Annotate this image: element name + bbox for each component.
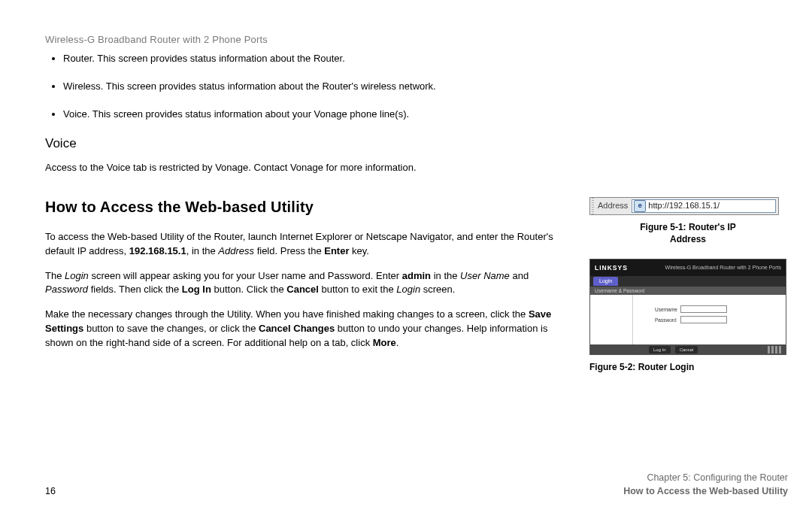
access-para-2: The Login screen will appear asking you … — [45, 269, 564, 298]
footer-right: Chapter 5: Configuring the Router How to… — [623, 471, 788, 498]
login-button-ref: Log In — [182, 284, 211, 295]
figure-5-2: LINKSYS Wireless-G Broadband Router with… — [589, 259, 786, 373]
text: and — [510, 270, 529, 281]
username-input[interactable] — [680, 305, 727, 313]
login-button[interactable]: Log In — [649, 346, 671, 354]
password-field-ref: Password — [45, 284, 88, 295]
text: Make the necessary changes through the U… — [45, 308, 529, 320]
cancel-button-ref: Cancel — [286, 284, 319, 295]
login-screen-ref: Login — [65, 270, 89, 281]
status-bullet-list: Router. This screen provides status info… — [45, 52, 788, 122]
text: screen. — [420, 284, 455, 295]
access-para-3: Make the necessary changes through the U… — [45, 308, 564, 351]
ip-address: 192.168.15.1 — [129, 245, 186, 256]
address-input[interactable]: e http://192.168.15.1/ — [632, 199, 776, 213]
text: in the — [431, 270, 460, 281]
cisco-logo-icon — [768, 346, 783, 354]
login-tab[interactable]: Login — [593, 277, 618, 286]
address-label: Address — [596, 200, 629, 212]
password-label: Password — [655, 317, 680, 323]
ie-address-bar: Address e http://192.168.15.1/ — [589, 197, 779, 215]
voice-text: Access to the Voice tab is restricted by… — [45, 161, 564, 175]
cancel-button[interactable]: Cancel — [675, 346, 698, 354]
figure-5-1: Address e http://192.168.15.1/ Figure 5-… — [589, 197, 786, 245]
login-header-bar: LINKSYS Wireless-G Broadband Router with… — [590, 259, 786, 276]
admin-literal: admin — [402, 270, 431, 281]
footer-chapter: Chapter 5: Configuring the Router — [623, 471, 788, 484]
bullet-voice: Voice. This screen provides status infor… — [63, 108, 788, 122]
linksys-logo: LINKSYS — [595, 263, 628, 272]
caption-line-1: Figure 5-1: Router's IP — [640, 222, 736, 232]
text: screen will appear asking you for your U… — [89, 270, 402, 281]
login-screen-ref: Login — [396, 284, 420, 295]
username-field-ref: User Name — [460, 270, 510, 281]
address-field-ref: Address — [218, 245, 254, 256]
text: field. Press the — [254, 245, 324, 256]
text: key. — [349, 245, 369, 256]
footer-section: How to Access the Web-based Utility — [623, 484, 788, 498]
figure-column: Address e http://192.168.15.1/ Figure 5-… — [589, 197, 786, 374]
text: button. Click the — [211, 284, 286, 295]
address-url: http://192.168.15.1/ — [648, 200, 720, 212]
login-fields: Username Password — [655, 305, 727, 326]
bullet-router: Router. This screen provides status info… — [63, 52, 788, 66]
login-body: Username Password — [590, 295, 786, 344]
login-footer-bar: Log In Cancel — [590, 344, 786, 354]
toolbar-grip-icon — [592, 198, 594, 214]
caption-line-2: Address — [670, 234, 706, 244]
enter-key-ref: Enter — [324, 245, 349, 256]
text: button to exit the — [319, 284, 396, 295]
text: The — [45, 270, 65, 281]
manual-page: Wireless-G Broadband Router with 2 Phone… — [0, 0, 812, 525]
sidebar-divider — [632, 295, 633, 344]
router-login-screenshot: LINKSYS Wireless-G Broadband Router with… — [589, 259, 786, 355]
text: button to save the changes, or click the — [83, 323, 259, 334]
ie-page-icon: e — [634, 200, 646, 212]
figure-5-2-caption: Figure 5-2: Router Login — [589, 361, 786, 373]
login-tab-bar: Login — [590, 276, 786, 287]
text: fields. Then click the — [88, 284, 182, 295]
doc-header: Wireless-G Broadband Router with 2 Phone… — [45, 33, 788, 47]
access-para-1: To access the Web-based Utility of the R… — [45, 230, 564, 259]
figure-5-1-caption: Figure 5-1: Router's IP Address — [589, 221, 786, 245]
login-sub-bar: Username & Password — [590, 287, 786, 295]
page-number: 16 — [45, 484, 56, 498]
username-label: Username — [655, 306, 680, 313]
page-footer: 16 Chapter 5: Configuring the Router How… — [45, 471, 788, 498]
text: , in the — [186, 245, 219, 256]
text: . — [396, 337, 399, 348]
password-input[interactable] — [680, 316, 727, 323]
cancel-changes-ref: Cancel Changes — [259, 323, 335, 334]
product-name: Wireless-G Broadband Router with 2 Phone… — [665, 264, 781, 272]
bullet-wireless: Wireless. This screen provides status in… — [63, 80, 788, 94]
more-link-ref: More — [373, 337, 396, 348]
voice-heading: Voice — [45, 135, 788, 153]
